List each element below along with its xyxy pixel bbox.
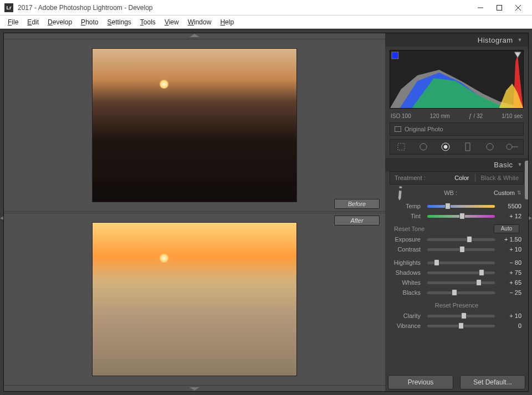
histo-aperture: ƒ / 32: [469, 113, 483, 119]
svg-marker-4: [190, 34, 200, 37]
spot-tool[interactable]: [416, 141, 431, 153]
blacks-slider[interactable]: Blacks − 25: [390, 288, 524, 297]
app-icon: Lr: [4, 3, 13, 12]
before-photo: [92, 48, 297, 202]
histogram[interactable]: [390, 50, 524, 109]
menu-develop[interactable]: Develop: [43, 18, 76, 26]
radial-tool[interactable]: [483, 141, 497, 153]
auto-tone-button[interactable]: Auto: [494, 224, 519, 233]
original-photo-row[interactable]: Original Photo: [390, 122, 524, 136]
wb-row: WB : Custom ⇅: [390, 184, 524, 201]
minimize-button[interactable]: [471, 0, 490, 16]
chevron-down-icon: ▼: [518, 162, 523, 167]
svg-marker-5: [190, 387, 200, 391]
treatment-row: Treatment : Color Black & White: [390, 171, 524, 184]
menu-help[interactable]: Help: [216, 18, 238, 26]
top-panel-toggle[interactable]: [4, 33, 385, 38]
set-default-button[interactable]: Set Default...: [460, 375, 525, 389]
menu-settings[interactable]: Settings: [103, 18, 135, 26]
treatment-bw[interactable]: Black & White: [481, 175, 519, 181]
menu-view[interactable]: View: [160, 18, 183, 26]
maximize-button[interactable]: [490, 0, 509, 16]
window-title: 2017 - Adobe Photoshop Lightroom - Devel…: [18, 4, 471, 12]
before-label: Before: [334, 199, 380, 209]
contrast-slider[interactable]: Contrast + 10: [390, 244, 524, 254]
svg-point-14: [420, 143, 427, 150]
svg-marker-12: [514, 52, 521, 58]
reset-tone-label[interactable]: Reset Tone: [394, 225, 424, 232]
svg-point-19: [507, 144, 512, 150]
chevron-down-icon: ▼: [518, 37, 523, 43]
svg-point-16: [444, 145, 447, 148]
temp-slider[interactable]: Temp 5500: [390, 201, 524, 211]
after-photo: [92, 222, 297, 376]
titlebar: Lr 2017 - Adobe Photoshop Lightroom - De…: [0, 0, 532, 16]
svg-point-18: [487, 143, 493, 150]
basic-header-label: Basic: [494, 161, 513, 169]
tint-slider[interactable]: Tint + 12: [390, 211, 524, 221]
clarity-slider[interactable]: Clarity + 10: [390, 311, 524, 321]
menu-tools[interactable]: Tools: [136, 18, 160, 26]
menu-edit[interactable]: Edit: [23, 18, 43, 26]
crop-tool[interactable]: [394, 141, 408, 153]
menu-file[interactable]: File: [3, 18, 23, 26]
close-button[interactable]: [509, 0, 528, 16]
right-panel: Histogram▼ ISO 100 120 mm ƒ / 32 1/10 se…: [385, 33, 528, 391]
highlights-slider[interactable]: Highlights − 80: [390, 258, 524, 268]
histogram-meta: ISO 100 120 mm ƒ / 32 1/10 sec: [385, 111, 528, 122]
treatment-color[interactable]: Color: [454, 175, 469, 181]
wb-dropdown[interactable]: Custom: [494, 189, 515, 196]
app-body: ◂ ▸ Before After Histogram▼: [0, 29, 532, 395]
bottom-panel-toggle[interactable]: [4, 387, 385, 391]
basic-header[interactable]: Basic▼: [385, 158, 528, 171]
menubar: File Edit Develop Photo Settings Tools V…: [0, 16, 532, 29]
histo-shutter: 1/10 sec: [502, 113, 523, 119]
panel-scrollbar[interactable]: [525, 161, 528, 199]
brush-tool[interactable]: [505, 141, 519, 153]
vibrance-slider[interactable]: Vibrance 0: [390, 321, 524, 331]
histogram-header[interactable]: Histogram▼: [385, 33, 528, 47]
treatment-label: Treatment :: [395, 175, 426, 181]
whites-slider[interactable]: Whites + 65: [390, 278, 524, 288]
menu-window[interactable]: Window: [183, 18, 216, 26]
gradient-tool[interactable]: [461, 141, 475, 153]
after-view[interactable]: After: [4, 213, 385, 386]
redeye-tool[interactable]: [438, 141, 453, 153]
menu-photo[interactable]: Photo: [76, 18, 103, 26]
tool-strip: [390, 139, 524, 155]
eyedropper-icon[interactable]: [390, 183, 411, 203]
svg-rect-11: [392, 52, 398, 59]
histo-iso: ISO 100: [391, 113, 411, 119]
wb-updown-icon[interactable]: ⇅: [517, 190, 521, 196]
before-view[interactable]: Before: [4, 39, 385, 212]
previous-button[interactable]: Previous: [388, 375, 453, 389]
reset-tone-row: Reset Tone Auto: [390, 223, 524, 234]
basic-panel: Treatment : Color Black & White WB : Cus…: [390, 171, 524, 331]
panel-footer: Previous Set Default...: [388, 375, 525, 389]
svg-rect-13: [398, 143, 405, 150]
reset-presence-row[interactable]: Reset Presence: [390, 300, 524, 311]
exposure-slider[interactable]: Exposure + 1.50: [390, 234, 524, 244]
image-canvas: Before After: [4, 33, 385, 391]
svg-rect-1: [497, 5, 502, 10]
after-label: After: [334, 216, 380, 225]
histo-focal: 120 mm: [430, 113, 450, 119]
svg-rect-17: [466, 143, 470, 151]
original-photo-label: Original Photo: [405, 126, 443, 132]
shadows-slider[interactable]: Shadows + 75: [390, 268, 524, 278]
original-photo-checkbox[interactable]: [395, 126, 401, 132]
wb-label: WB :: [407, 189, 494, 196]
histogram-header-label: Histogram: [478, 36, 513, 44]
